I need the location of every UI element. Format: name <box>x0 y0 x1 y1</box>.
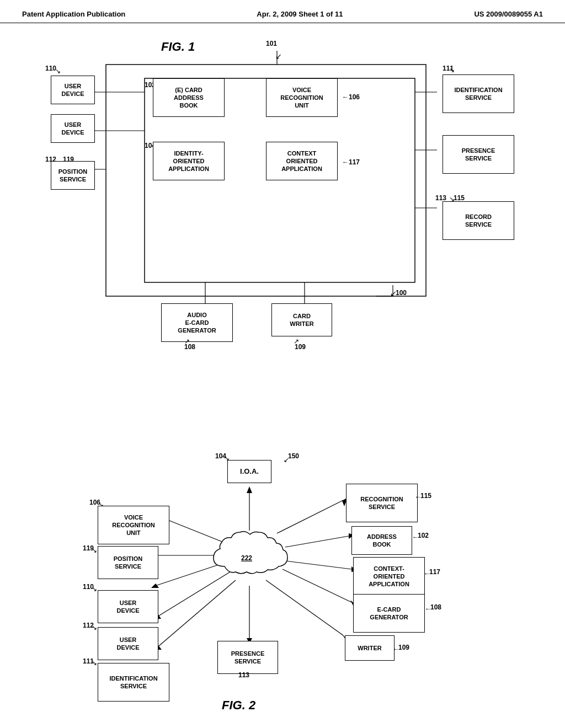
box-position-service: POSITIONSERVICE <box>51 161 95 190</box>
fig2-label-109: 109 <box>398 644 409 651</box>
arrow-101: ↙ <box>275 52 282 61</box>
label-117: 117 <box>349 158 360 166</box>
box-audio-ecard: AUDIOE-CARDGENERATOR <box>161 303 233 342</box>
patent-header: Patent Application Publication Apr. 2, 2… <box>0 0 565 23</box>
box-fig2-recognition-service: RECOGNITIONSERVICE <box>346 484 418 522</box>
label-101: 101 <box>266 40 277 47</box>
box-user-device-1: USERDEVICE <box>51 76 95 104</box>
fig2-label-113: 113 <box>238 671 249 679</box>
box-context-oriented: CONTEXTORIENTEDAPPLICATION <box>266 142 338 180</box>
header-right: US 2009/0089055 A1 <box>474 10 543 18</box>
box-identity-oriented: IDENTITY-ORIENTEDAPPLICATION <box>153 142 225 180</box>
box-record-service: RECORDSERVICE <box>443 201 514 240</box>
box-fig2-ecard-generator: E-CARDGENERATOR <box>353 594 425 633</box>
box-fig2-context-oriented: CONTEXT-ORIENTEDAPPLICATION <box>353 557 425 596</box>
box-fig2-user-device-1: USERDEVICE <box>98 590 158 623</box>
box-fig2-position-service: POSITIONSERVICE <box>98 546 158 579</box>
fig2-title: FIG. 2 <box>222 698 255 713</box>
svg-line-33 <box>158 580 236 646</box>
box-fig2-identification-service: IDENTIFICATIONSERVICE <box>98 663 169 702</box>
box-voice-recognition: VOICERECOGNITIONUNIT <box>266 78 338 117</box>
svg-line-19 <box>285 536 349 547</box>
box-fig2-voice-recognition: VOICERECOGNITIONUNIT <box>98 506 169 544</box>
fig1-diagram: FIG. 1 101 ↙ 110 ↘ USERDEVICE USERDEVICE… <box>34 34 531 354</box>
label-100: 100 <box>396 289 407 297</box>
svg-line-31 <box>266 580 343 635</box>
header-left: Patent Application Publication <box>22 10 125 18</box>
fig2-label-117: 117 <box>429 568 440 576</box>
label-113: 113 <box>435 194 446 202</box>
box-fig2-presence-service: PRESENCESERVICE <box>217 641 278 674</box>
box-identification-service: IDENTIFICATIONSERVICE <box>443 74 514 113</box>
box-fig2-address-book: ADDRESSBOOK <box>351 526 412 555</box>
svg-marker-14 <box>247 486 252 493</box>
fig2-diagram: 104 ↘ 150 ↙ I.O.A. 106 ↘ VOICERECOGNITIO… <box>34 365 531 718</box>
box-presence-service: PRESENCESERVICE <box>443 135 514 174</box>
label-106: 106 <box>349 93 360 101</box>
fig2-label-102: 102 <box>418 532 429 539</box>
fig2-cloud-label: 222 <box>241 554 252 562</box>
box-card-address-book: (E) CARDADDRESSBOOK <box>153 78 225 117</box>
header-center: Apr. 2, 2009 Sheet 1 of 11 <box>257 10 343 18</box>
arrow-110: ↘ <box>55 67 61 75</box>
box-ioa: I.O.A. <box>227 460 271 483</box>
box-user-device-2: USERDEVICE <box>51 114 95 143</box>
fig2-label-115: 115 <box>420 492 431 500</box>
svg-line-23 <box>285 561 351 569</box>
label-115: 115 <box>454 194 465 202</box>
fig1-title: FIG. 1 <box>161 40 195 54</box>
svg-marker-26 <box>151 584 159 588</box>
box-card-writer: CARDWRITER <box>271 303 332 336</box>
box-fig2-writer: WRITER <box>345 635 395 661</box>
box-fig2-user-device-2: USERDEVICE <box>98 627 158 660</box>
fig2-label-108: 108 <box>430 603 441 611</box>
fig2-label-150: 150 <box>288 452 299 460</box>
